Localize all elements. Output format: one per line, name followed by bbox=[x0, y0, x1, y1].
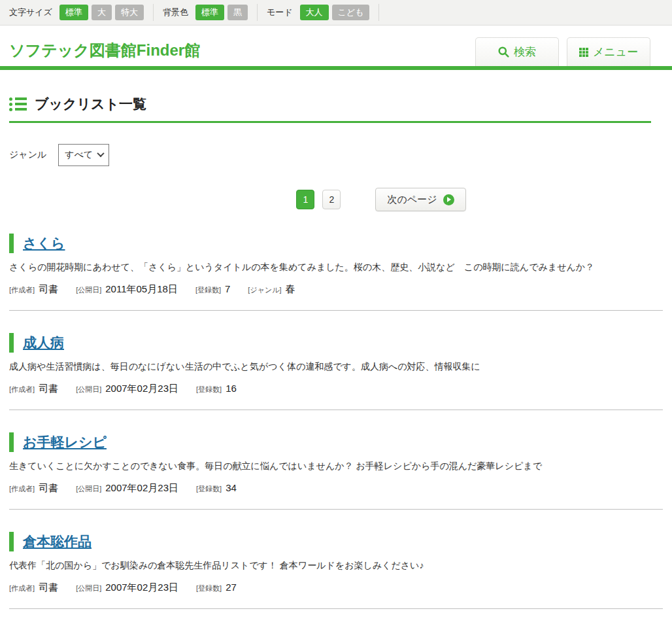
mode-adult-button[interactable]: 大人 bbox=[300, 5, 329, 20]
search-icon bbox=[498, 46, 509, 58]
book-title-link[interactable]: お手軽レシピ bbox=[23, 433, 107, 451]
meta-label: [作成者] bbox=[9, 285, 35, 295]
book-meta: [作成者]司書 [公開日]2007年02月23日 [登録数]27 bbox=[9, 582, 663, 594]
book-description: 生きていくことに欠かすことのできない食事。毎日の献立に悩んではいませんか？ お手… bbox=[9, 461, 663, 472]
title-accent-bar bbox=[9, 234, 14, 253]
divider bbox=[153, 4, 154, 21]
accessibility-bar: 文字サイズ 標準 大 特大 背景色 標準 黒 モード 大人 こども bbox=[0, 0, 672, 26]
book-title-link[interactable]: 成人病 bbox=[23, 334, 64, 352]
site-title-link[interactable]: ソフテック図書館Finder館 bbox=[9, 40, 200, 61]
meta-value: 2007年02月23日 bbox=[105, 383, 178, 395]
book-title-link[interactable]: 倉本聡作品 bbox=[23, 532, 92, 551]
meta-value: 司書 bbox=[39, 283, 58, 296]
title-accent-bar bbox=[9, 532, 14, 551]
meta-label: [登録数] bbox=[196, 584, 222, 593]
mode-kids-button[interactable]: こども bbox=[332, 5, 370, 20]
genre-select-value: すべて bbox=[65, 149, 93, 161]
next-page-button[interactable]: 次のページ bbox=[375, 188, 465, 211]
meta-value: 34 bbox=[226, 482, 237, 493]
page-number-1[interactable]: 1 bbox=[296, 190, 314, 209]
genre-select[interactable]: すべて bbox=[58, 144, 109, 166]
site-header: ソフテック図書館Finder館 検索 メニュー bbox=[0, 26, 672, 66]
mode-label: モード bbox=[267, 7, 293, 18]
search-button-label: 検索 bbox=[514, 44, 536, 60]
font-size-standard-button[interactable]: 標準 bbox=[59, 5, 88, 20]
bg-black-button[interactable]: 黒 bbox=[227, 5, 248, 20]
meta-label: [登録数] bbox=[195, 285, 221, 295]
background-color-group: 背景色 標準 黒 bbox=[163, 5, 248, 20]
meta-label: [作成者] bbox=[9, 584, 35, 593]
meta-value: 司書 bbox=[39, 383, 58, 395]
meta-label: [公開日] bbox=[76, 285, 101, 295]
book-meta: [作成者]司書 [公開日]2007年02月23日 [登録数]16 bbox=[9, 383, 663, 395]
book-description: さくらの開花時期にあわせて、「さくら」というタイトルの本を集めてみました。桜の木… bbox=[9, 262, 663, 273]
font-size-label: 文字サイズ bbox=[9, 7, 52, 18]
menu-button-label: メニュー bbox=[593, 44, 638, 60]
arrow-right-icon bbox=[443, 194, 454, 205]
page-title-block: ブックリスト一覧 bbox=[9, 70, 663, 123]
book-description: 成人病や生活習慣病は、毎日のなにげない生活の中でふと気がつく体の違和感です。成人… bbox=[9, 361, 663, 373]
list-icon bbox=[9, 97, 27, 111]
meta-value: 2007年02月23日 bbox=[105, 582, 178, 594]
meta-label: [作成者] bbox=[9, 385, 35, 394]
divider bbox=[257, 4, 258, 21]
main-content: ブックリスト一覧 ジャンル すべて 1 2 次のページ さくら さくらの開花時期… bbox=[0, 70, 672, 609]
chevron-down-icon bbox=[97, 149, 105, 156]
divider bbox=[378, 4, 379, 21]
meta-value: 2007年02月23日 bbox=[105, 482, 178, 495]
meta-value: 2011年05月18日 bbox=[105, 283, 178, 296]
menu-grid-icon bbox=[579, 48, 588, 57]
font-size-group: 文字サイズ 標準 大 特大 bbox=[9, 5, 144, 20]
meta-label: [公開日] bbox=[76, 484, 101, 494]
meta-label: [登録数] bbox=[196, 385, 222, 394]
meta-label: [公開日] bbox=[76, 584, 101, 593]
page-number-2[interactable]: 2 bbox=[322, 190, 341, 209]
genre-label: ジャンル bbox=[9, 149, 46, 161]
meta-value: 春 bbox=[286, 283, 295, 296]
next-page-label: 次のページ bbox=[387, 194, 437, 206]
meta-label: [ジャンル] bbox=[248, 285, 281, 295]
genre-filter-row: ジャンル すべて bbox=[9, 144, 663, 166]
meta-label: [登録数] bbox=[196, 484, 222, 494]
pagination: 1 2 次のページ bbox=[54, 188, 672, 211]
search-button[interactable]: 検索 bbox=[475, 37, 559, 66]
title-underline bbox=[9, 121, 651, 123]
book-list-item: さくら さくらの開花時期にあわせて、「さくら」というタイトルの本を集めてみました… bbox=[9, 211, 663, 311]
meta-value: 16 bbox=[226, 383, 237, 394]
book-title-link[interactable]: さくら bbox=[23, 234, 65, 253]
book-list-item: 成人病 成人病や生活習慣病は、毎日のなにげない生活の中でふと気がつく体の違和感で… bbox=[9, 311, 663, 410]
menu-button[interactable]: メニュー bbox=[567, 37, 650, 66]
book-list-item: 倉本聡作品 代表作「北の国から」でお馴染みの倉本聡先生作品リストです！ 倉本ワー… bbox=[9, 510, 663, 609]
book-list-item: お手軽レシピ 生きていくことに欠かすことのできない食事。毎日の献立に悩んではいま… bbox=[9, 410, 663, 510]
font-size-xlarge-button[interactable]: 特大 bbox=[115, 5, 144, 20]
title-accent-bar bbox=[9, 432, 14, 452]
title-accent-bar bbox=[9, 333, 14, 353]
page-title: ブックリスト一覧 bbox=[35, 95, 146, 113]
mode-group: モード 大人 こども bbox=[267, 5, 370, 20]
meta-value: 司書 bbox=[39, 482, 58, 495]
meta-value: 27 bbox=[226, 582, 237, 593]
background-color-label: 背景色 bbox=[163, 7, 188, 18]
bg-standard-button[interactable]: 標準 bbox=[195, 5, 224, 20]
meta-label: [作成者] bbox=[9, 484, 35, 494]
book-description: 代表作「北の国から」でお馴染みの倉本聡先生作品リストです！ 倉本ワールドをお楽し… bbox=[9, 560, 663, 572]
book-meta: [作成者]司書 [公開日]2011年05月18日 [登録数]7 [ジャンル]春 bbox=[9, 283, 663, 296]
book-meta: [作成者]司書 [公開日]2007年02月23日 [登録数]34 bbox=[9, 482, 663, 495]
meta-value: 7 bbox=[225, 283, 230, 294]
meta-value: 司書 bbox=[39, 582, 58, 594]
meta-label: [公開日] bbox=[76, 385, 101, 394]
font-size-large-button[interactable]: 大 bbox=[92, 5, 112, 20]
